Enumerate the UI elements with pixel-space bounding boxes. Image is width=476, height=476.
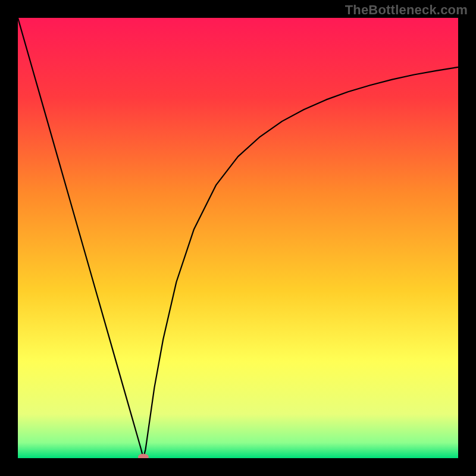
plot-area (18, 18, 458, 458)
watermark-text: TheBottleneck.com (345, 2, 468, 18)
chart-svg (18, 18, 458, 458)
gradient-background (18, 18, 458, 458)
chart-frame: TheBottleneck.com (0, 0, 476, 476)
